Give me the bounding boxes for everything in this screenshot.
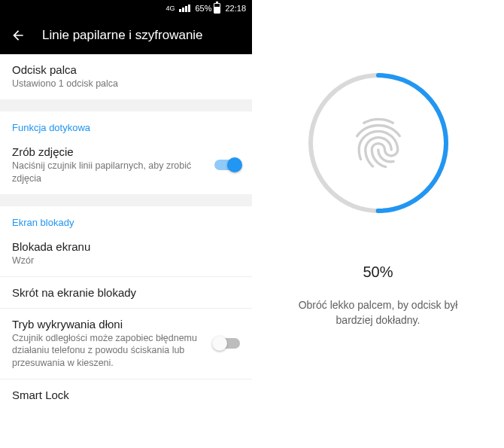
enroll-tip: Obróć lekko palcem, by odcisk był bardzi…	[281, 297, 476, 328]
settings-screen: 4G 65% 22:18 Linie papilarne i szyfrowan…	[0, 0, 252, 448]
row-shortcut-title: Skrót na ekranie blokady	[12, 286, 240, 299]
row-palm-subtitle: Czujnik odległości może zapobiec błędnem…	[12, 332, 200, 370]
row-fingerprint-title: Odcisk palca	[12, 63, 240, 76]
row-take-photo-title: Zrób zdjęcie	[12, 145, 240, 158]
back-button[interactable]	[11, 28, 26, 43]
row-fingerprint[interactable]: Odcisk palca Ustawiono 1 odcisk palca	[0, 54, 252, 99]
toggle-take-photo[interactable]	[214, 160, 240, 170]
clock: 22:18	[225, 4, 246, 13]
row-smart-lock-title: Smart Lock	[12, 389, 240, 401]
status-bar: 4G 65% 22:18	[0, 0, 252, 17]
enroll-content: 50% Obróć lekko palcem, by odcisk był ba…	[252, 0, 504, 448]
section-lockscreen-label: Ekran blokady	[12, 217, 240, 228]
battery-indicator: 65%	[195, 3, 220, 14]
toggle-knob	[227, 157, 242, 172]
toggle-knob	[212, 336, 227, 351]
row-palm-title: Tryb wykrywania dłoni	[12, 318, 240, 331]
page-title: Linie papilarne i szyfrowanie	[42, 28, 203, 43]
row-take-photo-subtitle: Naciśnij czujnik linii papilarnych, aby …	[12, 160, 200, 185]
enroll-tip-line2: bardziej dokładny.	[336, 314, 421, 326]
row-fingerprint-subtitle: Ustawiono 1 odcisk palca	[12, 78, 200, 90]
row-screen-lock-subtitle: Wzór	[12, 254, 200, 267]
signal-icon	[179, 5, 190, 12]
divider	[0, 99, 252, 111]
fingerprint-icon	[303, 68, 454, 218]
app-bar: Linie papilarne i szyfrowanie	[0, 17, 252, 54]
battery-icon	[214, 3, 220, 14]
battery-pct: 65%	[195, 4, 211, 13]
enroll-screen: 50% Obróć lekko palcem, by odcisk był ba…	[252, 0, 504, 448]
row-smart-lock[interactable]: Smart Lock	[0, 379, 252, 410]
row-take-photo[interactable]: Zrób zdjęcie Naciśnij czujnik linii papi…	[0, 136, 252, 194]
row-screen-lock-title: Blokada ekranu	[12, 240, 240, 253]
section-lockscreen: Ekran blokady	[0, 206, 252, 231]
divider	[0, 194, 252, 206]
settings-list: Odcisk palca Ustawiono 1 odcisk palca Fu…	[0, 54, 252, 410]
row-palm-detection[interactable]: Tryb wykrywania dłoni Czujnik odległości…	[0, 308, 252, 379]
row-shortcut[interactable]: Skrót na ekranie blokady	[0, 276, 252, 308]
section-touch: Funkcja dotykowa	[0, 111, 252, 136]
enroll-tip-line1: Obróć lekko palcem, by odcisk był	[299, 299, 458, 311]
row-screen-lock[interactable]: Blokada ekranu Wzór	[0, 231, 252, 276]
enroll-percent: 50%	[363, 264, 393, 281]
section-touch-label: Funkcja dotykowa	[12, 122, 240, 133]
progress-ring	[303, 68, 454, 218]
network-type-icon: 4G	[165, 5, 175, 12]
toggle-palm-detection[interactable]	[214, 338, 240, 349]
back-arrow-icon	[11, 28, 26, 43]
